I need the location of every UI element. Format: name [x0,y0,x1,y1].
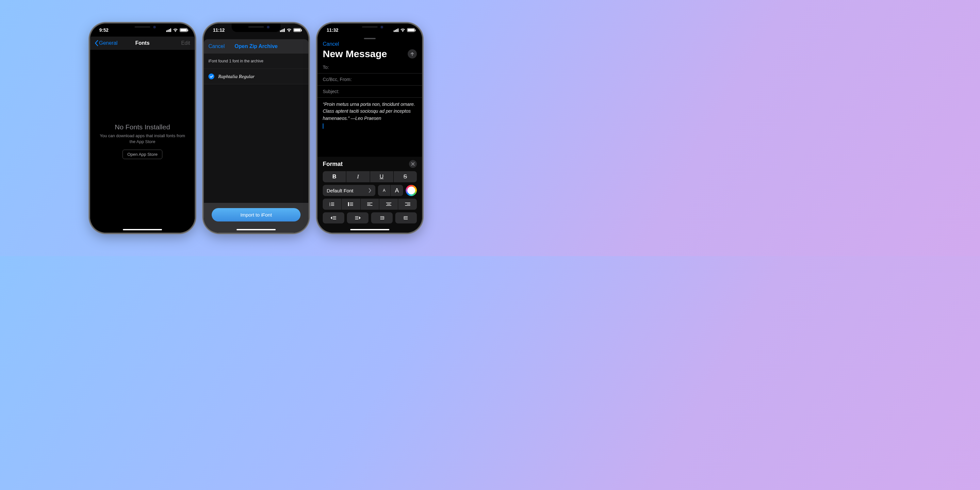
import-button[interactable]: Import to iFont [212,208,301,221]
open-app-store-button[interactable]: Open App Store [123,150,163,159]
text-cursor [323,124,323,129]
indent-button[interactable] [347,212,369,223]
body-content: “Proin metus urna porta non, tincidunt o… [323,102,415,121]
battery-icon [407,28,415,32]
svg-point-3 [348,202,349,204]
strikethrough-button[interactable]: S [394,171,417,182]
font-row[interactable]: Raphtalia Regular [204,69,309,84]
numbered-list-button[interactable]: 123 [323,199,341,210]
phone-ifont-import: 11:12 Cancel Open Zip Archive iFont foun… [204,24,309,232]
cc-bcc-field[interactable]: Cc/Bcc, From: [318,73,422,86]
indent-quote-row [323,212,417,223]
empty-state: No Fonts Installed You can download apps… [90,50,195,232]
back-button[interactable]: General [95,40,118,46]
to-field[interactable]: To: [318,61,422,73]
format-panel: Format B I U S Default Font A A [318,157,422,232]
bold-button[interactable]: B [323,171,346,182]
empty-subtitle: You can download apps that install fonts… [98,133,187,145]
subject-field[interactable]: Subject: [318,86,422,98]
bulleted-list-button[interactable] [342,199,360,210]
arrow-up-icon [410,52,415,56]
close-format-button[interactable] [409,160,417,168]
outdent-button[interactable] [323,212,344,223]
font-name: Raphtalia Regular [218,74,255,80]
svg-point-4 [348,204,349,205]
checkmark-icon[interactable] [208,73,214,80]
back-label: General [99,40,118,46]
wifi-icon [400,28,406,32]
phone-mail-compose: 11:32 Cancel New Message To: Cc/Bcc, Fro… [318,24,422,232]
status-time: 11:12 [213,27,225,33]
quote-increase-button[interactable] [395,212,417,223]
list-align-row: 123 [323,199,417,210]
status-time: 9:52 [99,27,108,33]
home-indicator[interactable] [237,229,276,230]
compose-header: Cancel [318,39,422,48]
cellular-icon [166,29,171,32]
compose-title: New Message [323,48,387,59]
font-picker-button[interactable]: Default Font [323,185,375,196]
svg-text:3: 3 [329,205,330,207]
notch [118,24,167,32]
phone-fonts-settings: 9:52 General Fonts Edit No Fonts Install… [90,24,195,232]
underline-button[interactable]: U [370,171,393,182]
empty-title: No Fonts Installed [115,123,170,131]
align-center-button[interactable] [379,199,398,210]
archive-info: iFont found 1 font in the archive [204,54,309,69]
size-smaller-button[interactable]: A [378,185,390,196]
style-segment: B I U S [323,171,417,182]
close-icon [411,162,415,165]
sheet-footer: Import to iFont [204,203,309,232]
size-segment: A A [378,185,403,196]
italic-button[interactable]: I [346,171,369,182]
sheet-nav: Cancel Open Zip Archive [204,39,309,54]
body-text[interactable]: “Proin metus urna porta non, tincidunt o… [318,98,422,132]
send-button[interactable] [408,49,417,59]
cellular-icon [394,29,399,32]
wifi-icon [173,28,178,32]
font-picker-label: Default Font [327,188,353,193]
chevron-left-icon [95,40,98,46]
nav-bar: General Fonts Edit [90,37,195,50]
cancel-button[interactable]: Cancel [208,43,225,49]
status-time: 11:32 [327,27,339,33]
format-title: Format [323,161,343,167]
wifi-icon [286,28,292,32]
cancel-button[interactable]: Cancel [323,41,339,47]
nav-title: Fonts [135,40,150,46]
align-right-button[interactable] [398,199,417,210]
edit-button[interactable]: Edit [181,40,190,46]
align-left-button[interactable] [361,199,379,210]
cellular-icon [280,29,285,32]
battery-icon [293,28,301,32]
battery-icon [180,28,188,32]
home-indicator[interactable] [123,229,162,230]
size-larger-button[interactable]: A [391,185,403,196]
quote-decrease-button[interactable] [371,212,393,223]
text-color-button[interactable] [406,185,417,196]
home-indicator[interactable] [350,229,390,230]
notch [232,24,281,32]
svg-point-5 [348,205,349,206]
notch [345,24,394,32]
sheet-title: Open Zip Archive [235,43,278,49]
sheet: Cancel Open Zip Archive iFont found 1 fo… [204,39,309,232]
chevron-right-icon [369,188,371,193]
